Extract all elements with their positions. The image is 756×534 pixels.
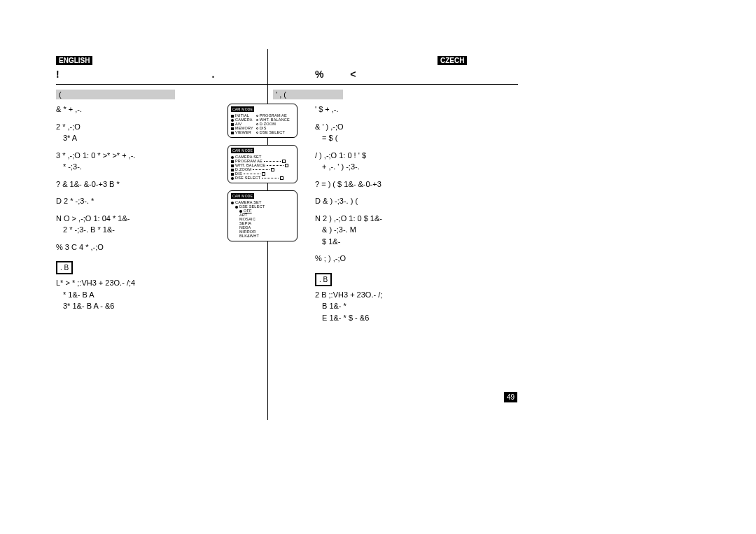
step-line: & ' ) ,-;O — [315, 121, 469, 133]
note-box: . B — [56, 261, 73, 274]
step: & * + ,-. — [56, 104, 196, 115]
step: ' $ + ,-. — [315, 104, 469, 115]
step: & ' ) ,-;O = $ ( — [315, 121, 469, 144]
step-line: $ 1&- — [322, 236, 469, 248]
heading-right-b: < — [350, 69, 356, 80]
step: / ) ,-;O 1: 0 ! ' $ + ,-. ' ) -;3-. — [315, 150, 469, 173]
step-line: N 2 ) ,-;O 1: 0 $ 1&- — [315, 213, 469, 225]
content-right: ' $ + ,-. & ' ) ,-;O = $ ( / ) ,-;O 1: 0… — [315, 104, 469, 323]
menu-title: CAM MODE — [231, 148, 254, 153]
menu-item: VIEWER — [235, 130, 251, 134]
heading-left-b: . — [211, 69, 214, 80]
note-line: L* > * ;:VH3 + 23O.- /;4 — [56, 277, 196, 289]
manual-page: ENGLISH CZECH ! . % < ( ' , ( & * + ,-. … — [56, 56, 518, 420]
menu-box-2: CAM MODE CAMERA SET PROGRAM AE WHT. BALA… — [227, 145, 298, 183]
menu-item: DSE SELECT — [235, 176, 260, 180]
step: 2 * ,-;O 3* A — [56, 121, 196, 144]
note-line: 2 B ;:VH3 + 23O.- /; — [315, 289, 469, 301]
tag-icon — [280, 176, 284, 180]
step-line: 3 * ,-;O 1: 0 * >* >* + ,-. — [56, 150, 196, 162]
note-line: 3* 1&- B A - &6 — [63, 300, 196, 312]
note-line: E 1&- * $ - &6 — [322, 312, 469, 324]
rule-left — [56, 84, 267, 85]
page-number: 49 — [504, 392, 517, 402]
step: ? = ) ( $ 1&- &-0-+3 — [315, 178, 469, 190]
menu-right-list: PROGRAM AE WHT. BALANCE D.ZOOM DIS DSE S… — [256, 113, 290, 134]
menu-screenshots: CAM MODE INITIAL CAMERA A/V MEMORY VIEWE… — [227, 104, 298, 248]
step-line: + ,-. ' ) -;3-. — [322, 161, 469, 173]
step-line: N O > ,-;O 1: 04 * 1&- — [56, 213, 196, 225]
subhead-right: ' , ( — [273, 90, 343, 99]
note-line: * 1&- B A — [63, 289, 196, 301]
heading-left-a: ! — [56, 69, 59, 80]
lang-english: ENGLISH — [56, 56, 92, 65]
menu-item: BLK&WHT — [239, 234, 294, 238]
step: % 3 C 4 * ,-;O — [56, 241, 196, 253]
heading-right: % < — [315, 69, 356, 80]
rule-right — [267, 84, 518, 85]
note-line: B 1&- * — [322, 300, 469, 312]
step-line: = $ ( — [322, 132, 469, 144]
note-box: . B — [315, 273, 332, 286]
menu-item: DSE SELECT — [260, 130, 285, 134]
step-line: 2 * -;3-. B * 1&- — [63, 224, 196, 236]
tag-icon — [271, 168, 274, 171]
step-line: 3* A — [63, 132, 196, 144]
menu-list: PROGRAM AE WHT. BALANCE D.ZOOM DIS DSE S… — [231, 159, 294, 180]
step-line: & ) -;3-. M — [322, 224, 469, 236]
step-line: / ) ,-;O 1: 0 ! ' $ — [315, 150, 469, 162]
menu-left-list: INITIAL CAMERA A/V MEMORY VIEWER — [231, 113, 253, 134]
lang-czech: CZECH — [438, 56, 467, 65]
step: D 2 * -;3-. * — [56, 195, 196, 207]
step: 3 * ,-;O 1: 0 * >* >* + ,-. * -;3-. — [56, 150, 196, 173]
step-line: 2 * ,-;O — [56, 121, 196, 133]
menu-box-1: CAM MODE INITIAL CAMERA A/V MEMORY VIEWE… — [227, 104, 298, 138]
step: % ; ) ,-;O — [315, 253, 469, 265]
step: N O > ,-;O 1: 04 * 1&- 2 * -;3-. B * 1&- — [56, 213, 196, 236]
subhead-left: ( — [56, 90, 175, 99]
step: D & ) -;3-. ) ( — [315, 195, 469, 207]
tag-icon — [285, 164, 288, 167]
heading-left: ! . — [56, 69, 214, 80]
step-line: * -;3-. — [63, 161, 196, 173]
menu-title: CAM MODE — [231, 106, 254, 112]
step: N 2 ) ,-;O 1: 0 $ 1&- & ) -;3-. M $ 1&- — [315, 213, 469, 248]
menu-box-3: CAM MODE CAMERA SET DSE SELECT OFF ART M… — [227, 190, 298, 241]
menu-title: CAM MODE — [231, 193, 254, 199]
step: ? & 1&- &-0-+3 B * — [56, 178, 196, 190]
menu-list: OFF ART MOSAIC SEPIA NEGA MIRROR BLK&WHT — [239, 209, 294, 238]
content-left: & * + ,-. 2 * ,-;O 3* A 3 * ,-;O 1: 0 * … — [56, 104, 196, 312]
heading-right-a: % — [315, 69, 323, 80]
